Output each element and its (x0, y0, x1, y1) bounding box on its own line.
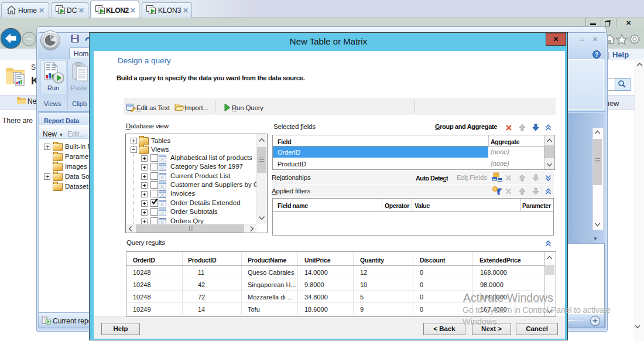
svg-text:?: ? (595, 52, 598, 58)
